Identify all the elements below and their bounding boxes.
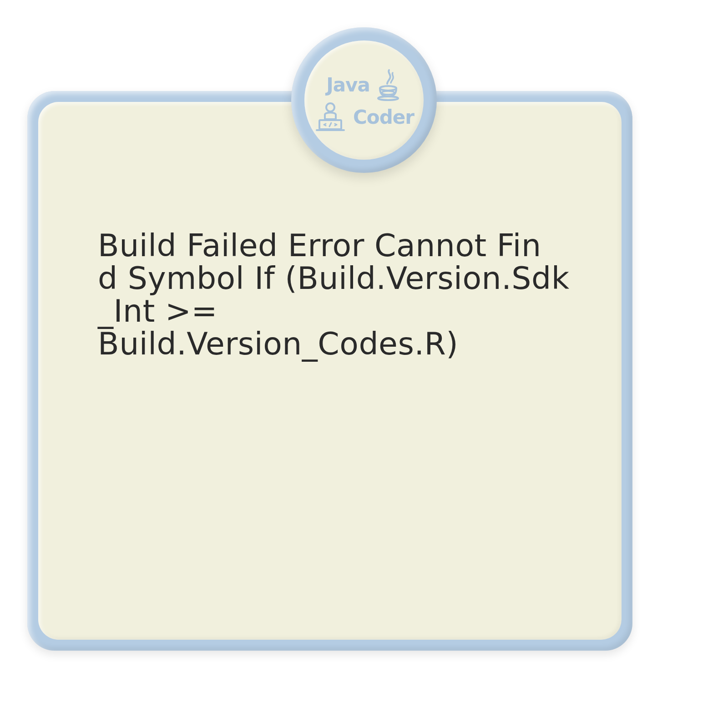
logo-row-1: Java — [326, 68, 402, 101]
svg-point-3 — [326, 103, 334, 111]
coder-person-icon — [314, 102, 347, 132]
svg-point-2 — [378, 96, 398, 100]
card-body: Build Failed Error Cannot Find Symbol If… — [38, 102, 622, 640]
logo-badge: Java — [291, 27, 437, 173]
logo-coder-text: Coder — [353, 106, 414, 128]
logo-row-2: Coder — [314, 102, 414, 132]
logo-java-text: Java — [326, 74, 370, 96]
java-cup-icon — [376, 68, 402, 101]
error-message: Build Failed Error Cannot Find Symbol If… — [71, 229, 589, 360]
logo-badge-inner: Java — [304, 40, 424, 160]
svg-point-1 — [382, 91, 394, 95]
svg-point-0 — [380, 86, 396, 91]
card-frame: Build Failed Error Cannot Find Symbol If… — [27, 91, 632, 651]
